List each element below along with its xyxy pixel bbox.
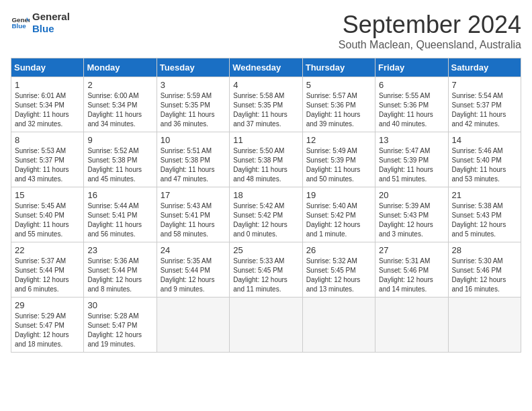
day-info: Sunrise: 5:50 AM Sunset: 5:38 PM Dayligh…: [233, 146, 298, 184]
calendar-week-row: 22Sunrise: 5:37 AM Sunset: 5:44 PM Dayli…: [11, 242, 521, 298]
weekday-header-row: SundayMondayTuesdayWednesdayThursdayFrid…: [11, 58, 521, 77]
day-info: Sunrise: 5:58 AM Sunset: 5:35 PM Dayligh…: [233, 91, 298, 129]
day-number: 3: [161, 80, 226, 90]
day-number: 26: [306, 245, 371, 255]
day-info: Sunrise: 5:54 AM Sunset: 5:37 PM Dayligh…: [452, 91, 517, 129]
day-number: 22: [15, 245, 80, 255]
day-number: 13: [379, 135, 444, 145]
calendar-table: SundayMondayTuesdayWednesdayThursdayFrid…: [11, 58, 521, 353]
day-info: Sunrise: 5:38 AM Sunset: 5:43 PM Dayligh…: [452, 201, 517, 239]
day-number: 5: [306, 80, 371, 90]
day-info: Sunrise: 6:01 AM Sunset: 5:34 PM Dayligh…: [15, 91, 80, 129]
day-number: 28: [452, 245, 517, 255]
day-number: 19: [306, 190, 371, 200]
day-info: Sunrise: 6:00 AM Sunset: 5:34 PM Dayligh…: [87, 91, 152, 129]
day-info: Sunrise: 5:39 AM Sunset: 5:43 PM Dayligh…: [379, 201, 444, 239]
calendar-cell: [448, 298, 521, 353]
logo-icon: General Blue: [11, 13, 30, 32]
calendar-cell: 18Sunrise: 5:42 AM Sunset: 5:42 PM Dayli…: [230, 187, 302, 242]
day-info: Sunrise: 5:36 AM Sunset: 5:44 PM Dayligh…: [87, 257, 152, 294]
day-number: 14: [452, 135, 517, 145]
day-info: Sunrise: 5:33 AM Sunset: 5:45 PM Dayligh…: [233, 257, 298, 294]
day-number: 10: [161, 135, 226, 145]
day-info: Sunrise: 5:29 AM Sunset: 5:47 PM Dayligh…: [15, 312, 80, 349]
day-info: Sunrise: 5:40 AM Sunset: 5:42 PM Dayligh…: [306, 201, 371, 239]
calendar-subtitle: South Maclean, Queensland, Australia: [339, 39, 521, 51]
day-number: 23: [87, 245, 152, 255]
calendar-cell: 30Sunrise: 5:28 AM Sunset: 5:47 PM Dayli…: [84, 298, 157, 353]
day-number: 16: [87, 190, 152, 200]
day-info: Sunrise: 5:59 AM Sunset: 5:35 PM Dayligh…: [161, 91, 226, 129]
day-info: Sunrise: 5:47 AM Sunset: 5:39 PM Dayligh…: [379, 146, 444, 184]
day-info: Sunrise: 5:46 AM Sunset: 5:40 PM Dayligh…: [452, 146, 517, 184]
calendar-cell: 11Sunrise: 5:50 AM Sunset: 5:38 PM Dayli…: [230, 132, 302, 187]
calendar-cell: 19Sunrise: 5:40 AM Sunset: 5:42 PM Dayli…: [302, 187, 375, 242]
calendar-cell: 27Sunrise: 5:31 AM Sunset: 5:46 PM Dayli…: [375, 242, 448, 298]
day-number: 6: [379, 80, 444, 90]
weekday-header: Sunday: [11, 58, 84, 77]
day-number: 9: [87, 135, 152, 145]
day-number: 30: [87, 300, 152, 310]
calendar-cell: 9Sunrise: 5:52 AM Sunset: 5:38 PM Daylig…: [84, 132, 157, 187]
calendar-cell: 29Sunrise: 5:29 AM Sunset: 5:47 PM Dayli…: [11, 298, 84, 353]
calendar-cell: 2Sunrise: 6:00 AM Sunset: 5:34 PM Daylig…: [84, 77, 157, 132]
logo-line2: Blue: [32, 23, 70, 35]
calendar-cell: 21Sunrise: 5:38 AM Sunset: 5:43 PM Dayli…: [448, 187, 521, 242]
day-number: 2: [87, 80, 152, 90]
day-info: Sunrise: 5:45 AM Sunset: 5:40 PM Dayligh…: [15, 201, 80, 239]
calendar-cell: 25Sunrise: 5:33 AM Sunset: 5:45 PM Dayli…: [230, 242, 302, 298]
weekday-header: Tuesday: [157, 58, 229, 77]
day-info: Sunrise: 5:53 AM Sunset: 5:37 PM Dayligh…: [15, 146, 80, 184]
weekday-header: Wednesday: [230, 58, 302, 77]
day-info: Sunrise: 5:42 AM Sunset: 5:42 PM Dayligh…: [233, 201, 298, 239]
calendar-cell: 23Sunrise: 5:36 AM Sunset: 5:44 PM Dayli…: [84, 242, 157, 298]
calendar-cell: 4Sunrise: 5:58 AM Sunset: 5:35 PM Daylig…: [230, 77, 302, 132]
calendar-cell: 13Sunrise: 5:47 AM Sunset: 5:39 PM Dayli…: [375, 132, 448, 187]
logo-line1: General: [32, 11, 70, 23]
day-number: 7: [452, 80, 517, 90]
calendar-cell: 5Sunrise: 5:57 AM Sunset: 5:36 PM Daylig…: [302, 77, 375, 132]
header: General Blue General Blue September 2024…: [11, 11, 521, 51]
day-number: 18: [233, 190, 298, 200]
calendar-cell: 7Sunrise: 5:54 AM Sunset: 5:37 PM Daylig…: [448, 77, 521, 132]
calendar-cell: 16Sunrise: 5:44 AM Sunset: 5:41 PM Dayli…: [84, 187, 157, 242]
calendar-cell: 15Sunrise: 5:45 AM Sunset: 5:40 PM Dayli…: [11, 187, 84, 242]
weekday-header: Friday: [375, 58, 448, 77]
logo: General Blue General Blue: [11, 11, 70, 35]
day-info: Sunrise: 5:49 AM Sunset: 5:39 PM Dayligh…: [306, 146, 371, 184]
calendar-cell: 3Sunrise: 5:59 AM Sunset: 5:35 PM Daylig…: [157, 77, 229, 132]
weekday-header: Saturday: [448, 58, 521, 77]
day-info: Sunrise: 5:30 AM Sunset: 5:46 PM Dayligh…: [452, 257, 517, 294]
calendar-cell: 22Sunrise: 5:37 AM Sunset: 5:44 PM Dayli…: [11, 242, 84, 298]
calendar-cell: 12Sunrise: 5:49 AM Sunset: 5:39 PM Dayli…: [302, 132, 375, 187]
day-info: Sunrise: 5:31 AM Sunset: 5:46 PM Dayligh…: [379, 257, 444, 294]
calendar-cell: [302, 298, 375, 353]
day-info: Sunrise: 5:51 AM Sunset: 5:38 PM Dayligh…: [161, 146, 226, 184]
calendar-title: September 2024: [339, 11, 521, 39]
day-info: Sunrise: 5:43 AM Sunset: 5:41 PM Dayligh…: [161, 201, 226, 239]
weekday-header: Thursday: [302, 58, 375, 77]
day-info: Sunrise: 5:55 AM Sunset: 5:36 PM Dayligh…: [379, 91, 444, 129]
weekday-header: Monday: [84, 58, 157, 77]
calendar-week-row: 1Sunrise: 6:01 AM Sunset: 5:34 PM Daylig…: [11, 77, 521, 132]
day-info: Sunrise: 5:52 AM Sunset: 5:38 PM Dayligh…: [87, 146, 152, 184]
day-number: 21: [452, 190, 517, 200]
day-number: 25: [233, 245, 298, 255]
day-info: Sunrise: 5:35 AM Sunset: 5:44 PM Dayligh…: [161, 257, 226, 294]
day-number: 24: [161, 245, 226, 255]
calendar-cell: [230, 298, 302, 353]
calendar-cell: [157, 298, 229, 353]
day-info: Sunrise: 5:32 AM Sunset: 5:45 PM Dayligh…: [306, 257, 371, 294]
calendar-week-row: 8Sunrise: 5:53 AM Sunset: 5:37 PM Daylig…: [11, 132, 521, 187]
calendar-cell: 28Sunrise: 5:30 AM Sunset: 5:46 PM Dayli…: [448, 242, 521, 298]
day-info: Sunrise: 5:57 AM Sunset: 5:36 PM Dayligh…: [306, 91, 371, 129]
day-info: Sunrise: 5:44 AM Sunset: 5:41 PM Dayligh…: [87, 201, 152, 239]
calendar-cell: 8Sunrise: 5:53 AM Sunset: 5:37 PM Daylig…: [11, 132, 84, 187]
calendar-cell: 20Sunrise: 5:39 AM Sunset: 5:43 PM Dayli…: [375, 187, 448, 242]
calendar-cell: 17Sunrise: 5:43 AM Sunset: 5:41 PM Dayli…: [157, 187, 229, 242]
calendar-week-row: 15Sunrise: 5:45 AM Sunset: 5:40 PM Dayli…: [11, 187, 521, 242]
day-info: Sunrise: 5:37 AM Sunset: 5:44 PM Dayligh…: [15, 257, 80, 294]
svg-text:Blue: Blue: [11, 22, 26, 30]
day-number: 27: [379, 245, 444, 255]
day-number: 15: [15, 190, 80, 200]
